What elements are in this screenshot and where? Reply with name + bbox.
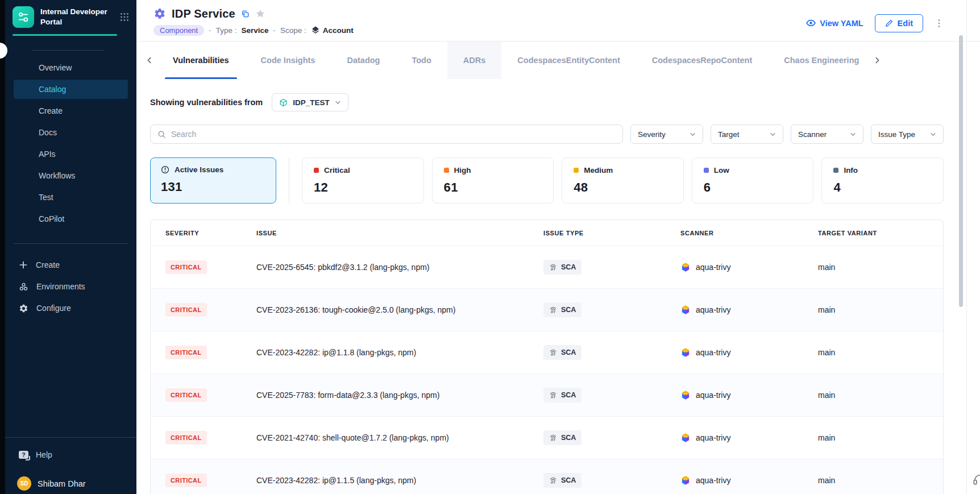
filters: Severity Target Scanner Issue Type: [150, 124, 944, 144]
filter-label: Issue Type: [878, 130, 915, 139]
tab-chaos-engineering[interactable]: Chaos Engineering: [768, 41, 870, 79]
vulnerabilities-panel: Showing vulnerabilities from IDP_TEST: [136, 93, 980, 494]
sidebar-item-apis[interactable]: APIs: [14, 144, 128, 164]
trivy-scanner-icon: [680, 475, 691, 485]
issue-title: CVE-2023-42282: ip@1.1.8 (lang-pkgs, npm…: [256, 348, 543, 357]
search-icon: [157, 130, 166, 139]
stat-card-active-issues[interactable]: Active Issues 131: [150, 157, 276, 204]
stat-label: High: [454, 166, 471, 175]
type-label: Type :: [216, 26, 237, 35]
sidebar-action-configure[interactable]: Configure: [5, 297, 136, 319]
sidebar-action-environments[interactable]: Environments: [5, 276, 136, 297]
stat-card-critical[interactable]: Critical 12: [302, 157, 424, 204]
tab-label: CodespacesRepoContent: [652, 56, 752, 65]
table-row[interactable]: CRITICAL CVE-2023-42282: ip@1.1.8 (lang-…: [151, 331, 943, 374]
sidebar-item-catalog[interactable]: Catalog: [14, 80, 128, 99]
sidebar-item-label: Docs: [39, 128, 57, 137]
tab-codespacesrepocontent[interactable]: CodespacesRepoContent: [636, 41, 768, 79]
tab-label: Todo: [412, 56, 431, 65]
sca-fingerprint-icon: [549, 348, 557, 356]
column-header-issue-type: Issue Type: [543, 230, 680, 236]
sidebar-item-workflows[interactable]: Workflows: [14, 166, 128, 185]
sidebar-item-docs[interactable]: Docs: [14, 123, 128, 142]
target-variant: main: [818, 348, 928, 357]
search-input[interactable]: [171, 130, 616, 139]
stat-label: Critical: [324, 166, 350, 175]
filter-issue-type[interactable]: Issue Type: [871, 124, 944, 144]
tabs-scroll-left-icon[interactable]: [142, 41, 157, 79]
tab-label: Chaos Engineering: [784, 56, 859, 65]
severity-dot: [314, 168, 319, 173]
help-button[interactable]: ? Help: [5, 450, 136, 459]
tab-label: Datadog: [347, 56, 380, 65]
help-icon: ?: [19, 451, 28, 459]
stat-card-medium[interactable]: Medium 48: [562, 157, 684, 204]
issue-title: CVE-2023-42282: ip@1.1.5 (lang-pkgs, npm…: [256, 476, 543, 485]
filter-scanner[interactable]: Scanner: [791, 124, 863, 144]
target-variant: main: [818, 263, 928, 272]
separator-dot: [209, 26, 211, 35]
severity-dot: [704, 168, 709, 173]
stat-label: Medium: [584, 166, 613, 175]
filter-target[interactable]: Target: [711, 124, 783, 144]
pencil-icon: [885, 19, 893, 27]
table-row[interactable]: CRITICAL CVE-2025-7783: form-data@2.3.3 …: [151, 374, 943, 417]
severity-dot: [574, 168, 579, 173]
user-menu[interactable]: SD Shibam Dhar: [5, 476, 136, 491]
sidebar-divider: [14, 243, 128, 244]
stat-card-high[interactable]: High 61: [432, 157, 554, 204]
apps-grid-icon[interactable]: [119, 12, 130, 22]
tab-label: ADRs: [463, 56, 485, 65]
support-headset-icon[interactable]: [971, 471, 980, 488]
sidebar-item-test[interactable]: Test: [14, 188, 128, 207]
cube-icon: [279, 98, 288, 107]
trivy-scanner-icon: [680, 305, 691, 315]
tabs-scroll-right-icon[interactable]: [870, 41, 885, 79]
brand-title: Internal Developer Portal: [40, 7, 113, 27]
filter-severity[interactable]: Severity: [630, 124, 703, 144]
chevron-down-icon: [850, 131, 856, 138]
chevron-down-icon: [930, 131, 936, 138]
stat-card-info[interactable]: Info 4: [821, 157, 944, 204]
star-icon[interactable]: [255, 9, 265, 19]
sidebar-action-create[interactable]: Create: [5, 254, 136, 276]
table-row[interactable]: CRITICAL CVE-2023-26136: tough-cookie@2.…: [151, 289, 943, 331]
tab-vulnerabilities[interactable]: Vulnerabilities: [157, 41, 245, 79]
tab-datadog[interactable]: Datadog: [331, 41, 396, 79]
severity-badge: CRITICAL: [165, 303, 207, 317]
edit-button[interactable]: Edit: [875, 14, 923, 32]
brand-underline: [13, 34, 117, 36]
sidebar-item-create[interactable]: Create: [14, 101, 128, 121]
project-select[interactable]: IDP_TEST: [272, 93, 348, 111]
sidebar-item-overview[interactable]: Overview: [14, 58, 128, 77]
severity-badge: CRITICAL: [165, 346, 207, 359]
table-row[interactable]: CRITICAL CVE-2021-42740: shell-quote@1.7…: [151, 417, 943, 459]
stat-card-low[interactable]: Low 6: [692, 157, 814, 204]
sca-fingerprint-icon: [549, 263, 557, 271]
trivy-scanner-icon: [680, 347, 691, 358]
column-header-severity: Severity: [165, 230, 256, 236]
tab-todo[interactable]: Todo: [396, 41, 447, 79]
search-box: [150, 124, 623, 144]
sidebar-item-copilot[interactable]: CoPilot: [14, 209, 128, 229]
more-options-icon[interactable]: [935, 19, 944, 28]
sidebar-actions: Create Environments Configure: [5, 254, 136, 319]
tab-label: CodespacesEntityContent: [517, 56, 620, 65]
issue-type-chip: SCA: [543, 430, 582, 445]
copy-icon[interactable]: [241, 10, 250, 18]
table-row[interactable]: CRITICAL CVE-2025-6545: pbkdf2@3.1.2 (la…: [151, 246, 943, 289]
tab-codespacesentitycontent[interactable]: CodespacesEntityContent: [501, 41, 636, 79]
environments-icon: [19, 282, 28, 292]
help-label: Help: [36, 450, 52, 459]
vertical-scrollbar[interactable]: [959, 35, 963, 307]
tab-adrs[interactable]: ADRs: [447, 41, 501, 79]
tab-code-insights[interactable]: Code Insights: [245, 41, 331, 79]
vulnerabilities-table: SeverityIssueIssue TypeScannerTarget Var…: [150, 219, 944, 494]
filter-label: Scanner: [798, 130, 827, 139]
table-row[interactable]: CRITICAL CVE-2023-42282: ip@1.1.5 (lang-…: [151, 459, 943, 494]
view-yaml-button[interactable]: View YAML: [806, 18, 863, 28]
stat-label: Info: [844, 166, 858, 175]
sidebar-item-label: Catalog: [39, 85, 66, 94]
idp-logo-icon[interactable]: [13, 6, 34, 28]
filter-label: Severity: [638, 130, 666, 139]
